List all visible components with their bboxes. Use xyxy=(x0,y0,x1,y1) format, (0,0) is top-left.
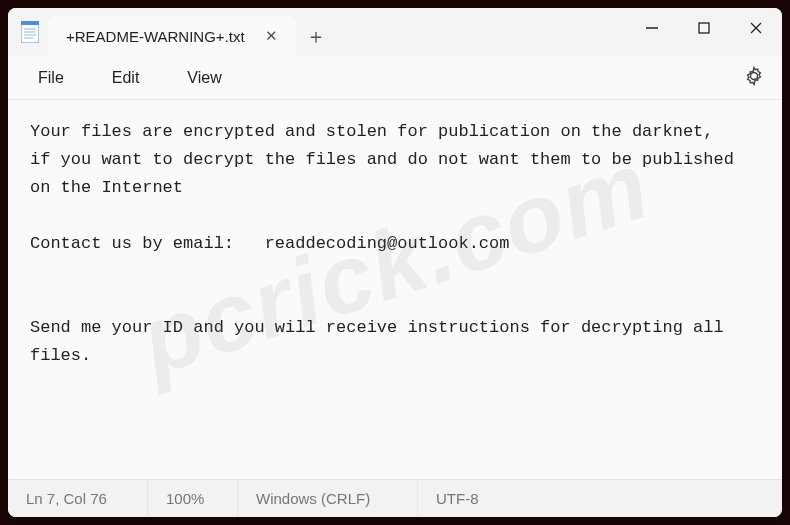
menu-view[interactable]: View xyxy=(165,63,243,93)
statusbar: Ln 7, Col 76 100% Windows (CRLF) UTF-8 xyxy=(8,479,782,517)
menubar: File Edit View xyxy=(8,56,782,100)
notepad-window: +README-WARNING+.txt ✕ ＋ File Edit View xyxy=(8,8,782,517)
close-tab-icon[interactable]: ✕ xyxy=(259,25,284,47)
tab-active[interactable]: +README-WARNING+.txt ✕ xyxy=(48,16,296,56)
tab-title: +README-WARNING+.txt xyxy=(66,28,245,45)
titlebar: +README-WARNING+.txt ✕ ＋ xyxy=(8,8,782,56)
svg-rect-7 xyxy=(699,23,709,33)
maximize-button[interactable] xyxy=(678,8,730,48)
text-editor-area[interactable]: Your files are encrypted and stolen for … xyxy=(8,100,782,479)
status-cursor-position[interactable]: Ln 7, Col 76 xyxy=(8,480,148,517)
minimize-button[interactable] xyxy=(626,8,678,48)
window-controls xyxy=(626,8,782,56)
status-zoom[interactable]: 100% xyxy=(148,480,238,517)
settings-button[interactable] xyxy=(734,60,774,96)
notepad-app-icon xyxy=(8,8,44,56)
svg-rect-1 xyxy=(21,21,39,25)
titlebar-drag-area[interactable] xyxy=(336,8,626,56)
status-encoding[interactable]: UTF-8 xyxy=(418,480,558,517)
new-tab-button[interactable]: ＋ xyxy=(296,16,336,56)
menu-edit[interactable]: Edit xyxy=(90,63,162,93)
status-line-ending[interactable]: Windows (CRLF) xyxy=(238,480,418,517)
close-window-button[interactable] xyxy=(730,8,782,48)
menu-file[interactable]: File xyxy=(16,63,86,93)
svg-rect-0 xyxy=(21,23,39,43)
gear-icon xyxy=(744,66,764,90)
